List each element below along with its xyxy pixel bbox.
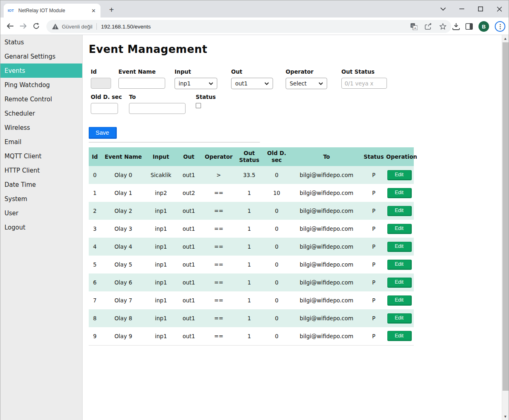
cell-operator: == <box>201 256 236 273</box>
sidebar-item-scheduler[interactable]: Scheduler <box>0 106 82 120</box>
cell-to: bilgi@wifidepo.com <box>291 256 362 273</box>
sidebar-item-ping-watchdog[interactable]: Ping Watchdog <box>0 78 82 92</box>
edit-button[interactable]: Edit <box>387 331 412 341</box>
cell-event-name: Olay 7 <box>101 291 146 309</box>
browser-menu-button[interactable] <box>495 21 505 32</box>
out-label: Out <box>231 68 273 75</box>
scroll-up-icon[interactable]: ▲ <box>502 35 509 42</box>
operator-select[interactable]: Select <box>286 78 327 89</box>
cell-out-status: 1 <box>236 184 262 202</box>
sidebar-item-mqtt-client[interactable]: MQTT Client <box>0 149 82 163</box>
edit-button[interactable]: Edit <box>387 188 412 198</box>
cell-out: out1 <box>176 309 201 327</box>
table-row: 8Olay 8inp1out1==10bilgi@wifidepo.comPEd… <box>89 309 414 327</box>
status-checkbox[interactable] <box>196 103 201 108</box>
event-name-field[interactable] <box>118 78 165 89</box>
edit-button[interactable]: Edit <box>387 278 412 288</box>
cell-out: out1 <box>176 273 201 291</box>
events-table: IdEvent NameInputOutOperatorOut StatusOl… <box>89 147 414 346</box>
out-select[interactable]: out1 <box>231 78 273 89</box>
cell-id: 3 <box>89 220 101 238</box>
browser-tab[interactable]: IOT NetRelay IOT Module ✕ <box>4 4 100 18</box>
chevron-down-icon <box>264 82 269 85</box>
tab-search-chevron-icon[interactable] <box>434 0 452 18</box>
edit-button[interactable]: Edit <box>387 242 412 252</box>
maximize-button[interactable] <box>471 0 490 18</box>
table-row: 6Olay 6inp1out1==10bilgi@wifidepo.comPEd… <box>89 273 414 291</box>
cell-id: 4 <box>89 238 101 256</box>
cell-operation: Edit <box>385 202 414 220</box>
cell-event-name: Olay 3 <box>101 220 146 238</box>
sidebar-item-email[interactable]: Email <box>0 135 82 149</box>
cell-operator: == <box>201 309 236 327</box>
cell-old-d-sec: 0 <box>262 220 291 238</box>
vertical-scrollbar[interactable]: ▲ ▼ <box>502 35 509 420</box>
forward-button[interactable] <box>17 20 30 33</box>
sidebar-item-user[interactable]: User <box>0 206 82 220</box>
cell-operator: == <box>201 220 236 238</box>
cell-operator: == <box>201 273 236 291</box>
to-field[interactable] <box>129 103 186 114</box>
cell-input: inp1 <box>146 309 176 327</box>
cell-out-status: 1 <box>236 256 262 273</box>
cell-status: P <box>362 238 385 256</box>
column-header: Old D. sec <box>262 147 291 166</box>
cell-to: bilgi@wifidepo.com <box>291 327 362 345</box>
sidebar-item-remote-control[interactable]: Remote Control <box>0 92 82 106</box>
edit-button[interactable]: Edit <box>387 224 412 234</box>
bookmark-star-icon[interactable] <box>439 23 446 30</box>
cell-out-status: 33.5 <box>236 166 262 184</box>
scrollbar-thumb[interactable] <box>502 42 509 391</box>
edit-button[interactable]: Edit <box>387 295 412 306</box>
sidebar-item-events[interactable]: Events <box>0 63 82 78</box>
edit-button[interactable]: Edit <box>387 260 412 270</box>
minimize-button[interactable] <box>452 0 471 18</box>
input-select-value: inp1 <box>179 80 190 87</box>
table-row: 7Olay 7inp1out1==10bilgi@wifidepo.comPEd… <box>89 291 414 309</box>
table-row: 1Olay 1inp2out2==110bilgi@wifidepo.comPE… <box>89 184 414 202</box>
cell-event-name: Olay 8 <box>101 309 146 327</box>
new-tab-button[interactable]: + <box>105 4 118 15</box>
cell-input: inp1 <box>146 291 176 309</box>
to-label: To <box>129 94 186 100</box>
table-row: 9Olay 9inp1out1==10bilgi@wifidepo.comPEd… <box>89 327 414 345</box>
table-row: 5Olay 5inp1out1==10bilgi@wifidepo.comPEd… <box>89 256 414 273</box>
cell-to: bilgi@wifidepo.com <box>291 273 362 291</box>
old-d-sec-field[interactable] <box>91 103 118 114</box>
cell-operator: == <box>201 327 236 345</box>
side-panel-icon[interactable] <box>465 23 473 30</box>
profile-avatar[interactable]: B <box>478 21 489 32</box>
cell-operator: == <box>201 291 236 309</box>
out-status-field[interactable] <box>341 78 387 89</box>
reload-button[interactable] <box>30 20 43 33</box>
translate-icon[interactable]: GA <box>411 23 417 30</box>
window-controls <box>434 0 509 18</box>
close-button[interactable] <box>490 0 509 18</box>
edit-button[interactable]: Edit <box>387 170 412 180</box>
back-button[interactable] <box>4 20 17 33</box>
edit-button[interactable]: Edit <box>387 206 412 216</box>
tab-close-icon[interactable]: ✕ <box>90 7 97 14</box>
sidebar-item-wireless[interactable]: Wireless <box>0 120 82 135</box>
cell-operation: Edit <box>385 220 414 238</box>
address-bar[interactable]: Güvenli değil 192.168.1.50/events GA <box>46 20 451 33</box>
chevron-down-icon <box>209 82 213 85</box>
edit-button[interactable]: Edit <box>387 313 412 324</box>
cell-operation: Edit <box>385 256 414 273</box>
cell-out-status: 1 <box>236 291 262 309</box>
cell-old-d-sec: 0 <box>262 166 291 184</box>
cell-operation: Edit <box>385 238 414 256</box>
input-select[interactable]: inp1 <box>175 78 217 89</box>
sidebar-item-http-client[interactable]: HTTP Client <box>0 163 82 177</box>
scroll-down-icon[interactable]: ▼ <box>502 413 509 420</box>
sidebar-item-logout[interactable]: Logout <box>0 220 82 234</box>
download-icon[interactable] <box>452 23 460 30</box>
security-status[interactable]: Güvenli değil <box>52 24 92 30</box>
share-icon[interactable] <box>425 23 432 30</box>
sidebar-item-status[interactable]: Status <box>0 35 82 49</box>
sidebar-item-date-time[interactable]: Date Time <box>0 177 82 192</box>
operator-select-value: Select <box>290 80 307 87</box>
save-button[interactable]: Save <box>89 127 117 139</box>
sidebar-item-genaral-settings[interactable]: Genaral Settings <box>0 49 82 63</box>
sidebar-item-system[interactable]: System <box>0 192 82 206</box>
